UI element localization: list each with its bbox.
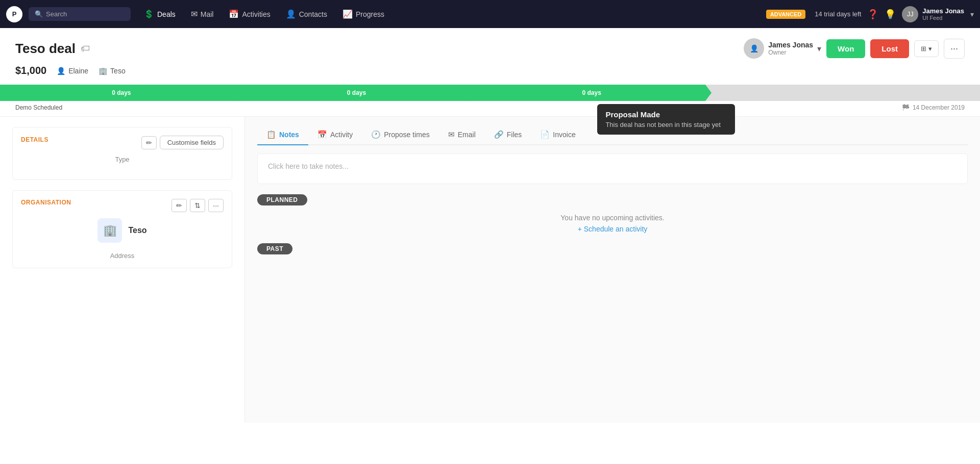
deal-person: 👤 Elaine	[57, 67, 88, 75]
chevron-down-icon: ▾	[928, 45, 932, 53]
org-address: Address	[110, 252, 135, 260]
owner-role: Owner	[768, 49, 813, 56]
customise-fields-button[interactable]: Customise fields	[160, 136, 224, 149]
email-tab-icon: ✉	[448, 130, 455, 139]
mail-icon: ✉	[191, 9, 198, 19]
progress-seg-2[interactable]: 0 days	[235, 85, 471, 101]
activity-tab-icon: 📅	[317, 130, 327, 139]
progress-section: 0 days 0 days 0 days Proposal Made This …	[0, 85, 980, 116]
won-button[interactable]: Won	[826, 39, 865, 58]
tab-propose[interactable]: 🕐 Propose times	[362, 125, 438, 145]
notes-input[interactable]: Click here to take notes...	[257, 153, 968, 184]
planned-badge: PLANNED	[257, 194, 307, 205]
propose-tab-icon: 🕐	[371, 130, 381, 139]
grid-icon: ⊞	[921, 45, 926, 53]
lost-button[interactable]: Lost	[870, 39, 909, 58]
deal-actions: 👤 James Jonas Owner ▾ Won Lost ⊞ ▾ ···	[744, 38, 965, 59]
edit-org-button[interactable]: ✏	[172, 199, 187, 212]
tabs: 📋 Notes 📅 Activity 🕐 Propose times ✉ Ema…	[257, 125, 968, 145]
nav-item-contacts[interactable]: 👤 Contacts	[279, 6, 334, 22]
schedule-activity-link[interactable]: + Schedule an activity	[257, 225, 968, 233]
past-group: PAST	[257, 243, 968, 263]
nav-right: ADVANCED 14 trial days left ❓ 💡 JJ James…	[766, 6, 974, 22]
org-name: Teso	[128, 226, 146, 235]
trial-badge: ADVANCED	[766, 10, 806, 19]
nav-item-deals[interactable]: 💲 Deals	[137, 6, 183, 22]
contacts-icon: 👤	[286, 9, 296, 19]
deal-amount: $1,000	[15, 65, 46, 76]
tab-invoice[interactable]: 📄 Invoice	[531, 125, 584, 145]
deal-org: 🏢 Teso	[99, 67, 126, 75]
type-field: Type	[21, 156, 224, 163]
user-area[interactable]: JJ James Jonas UI Feed ▾	[902, 6, 974, 22]
expand-org-button[interactable]: ⇅	[190, 199, 205, 212]
nav-item-mail[interactable]: ✉ Mail	[184, 6, 221, 22]
notes-tab-icon: 📋	[266, 130, 276, 139]
org-actions: ✏ ⇅ ···	[172, 199, 224, 212]
person-icon: 👤	[57, 67, 65, 75]
more-options-button[interactable]: ···	[944, 39, 965, 59]
top-nav: P 🔍 Search 💲 Deals ✉ Mail 📅 Activities 👤…	[0, 0, 980, 28]
past-badge: PAST	[257, 243, 292, 254]
owner-avatar: 👤	[744, 38, 764, 59]
flag-icon: 🏁	[902, 104, 910, 111]
bulb-icon[interactable]: 💡	[885, 9, 896, 20]
view-toggle-button[interactable]: ⊞ ▾	[914, 40, 939, 57]
trial-text: 14 trial days left	[815, 10, 861, 18]
main-content: Teso deal 🏷 👤 James Jonas Owner ▾ Won Lo…	[0, 28, 980, 464]
details-actions: ✏ Customise fields	[141, 136, 224, 149]
tab-email[interactable]: ✉ Email	[439, 125, 485, 145]
progress-seg-3[interactable]: 0 days	[470, 85, 705, 101]
help-icon[interactable]: ❓	[867, 9, 878, 20]
search-icon: 🔍	[35, 10, 43, 18]
deals-icon: 💲	[144, 9, 154, 19]
type-label: Type	[115, 156, 129, 163]
progress-bar: 0 days 0 days 0 days	[0, 85, 980, 101]
org-item: 🏢 Teso Address	[21, 218, 224, 260]
left-panel: DETAILS ✏ Customise fields Type ORGANISA…	[0, 117, 245, 423]
files-tab-icon: 🔗	[494, 130, 504, 139]
progress-icon: 📈	[342, 9, 353, 19]
tag-icon[interactable]: 🏷	[81, 43, 90, 54]
details-section: DETAILS ✏ Customise fields Type	[12, 127, 232, 180]
user-sub: UI Feed	[922, 15, 964, 21]
tab-files[interactable]: 🔗 Files	[485, 125, 531, 145]
deal-meta: $1,000 👤 Elaine 🏢 Teso	[15, 65, 965, 76]
progress-seg-1[interactable]: 0 days	[0, 85, 235, 101]
org-title: ORGANISATION	[21, 199, 71, 206]
stage-date: 🏁 14 December 2019	[902, 104, 965, 111]
activities-icon: 📅	[229, 9, 239, 19]
deal-header: Teso deal 🏷 👤 James Jonas Owner ▾ Won Lo…	[0, 28, 980, 117]
progress-seg-5[interactable]	[843, 85, 980, 101]
nav-item-activities[interactable]: 📅 Activities	[222, 6, 277, 22]
owner-name: James Jonas	[768, 41, 813, 49]
deal-title: Teso deal	[15, 41, 76, 57]
body-section: DETAILS ✏ Customise fields Type ORGANISA…	[0, 117, 980, 423]
details-title: DETAILS	[21, 136, 48, 143]
owner-dropdown-icon[interactable]: ▾	[817, 44, 821, 54]
nav-items: 💲 Deals ✉ Mail 📅 Activities 👤 Contacts 📈…	[137, 6, 391, 22]
user-avatar: JJ	[902, 6, 918, 22]
search-box[interactable]: 🔍 Search	[29, 7, 131, 21]
tab-activity[interactable]: 📅 Activity	[308, 125, 362, 145]
progress-seg-4[interactable]	[705, 85, 843, 101]
stage-label: Demo Scheduled	[15, 104, 62, 111]
org-section: ORGANISATION ✏ ⇅ ··· 🏢 Teso Address	[12, 190, 232, 268]
planned-group: PLANNED You have no upcoming activities.…	[257, 194, 968, 233]
owner-area: 👤 James Jonas Owner ▾	[744, 38, 821, 59]
edit-details-button[interactable]: ✏	[141, 136, 157, 149]
user-name: James Jonas	[922, 7, 964, 15]
invoice-tab-icon: 📄	[540, 130, 550, 139]
app-logo[interactable]: P	[6, 6, 22, 22]
user-dropdown-icon[interactable]: ▾	[970, 10, 974, 18]
right-panel: 📋 Notes 📅 Activity 🕐 Propose times ✉ Ema…	[245, 117, 980, 423]
no-activities-text: You have no upcoming activities.	[257, 214, 968, 222]
nav-item-progress[interactable]: 📈 Progress	[335, 6, 391, 22]
tab-notes[interactable]: 📋 Notes	[257, 125, 308, 145]
org-logo: 🏢	[97, 218, 122, 243]
more-org-button[interactable]: ···	[208, 199, 224, 212]
org-icon: 🏢	[99, 67, 107, 75]
